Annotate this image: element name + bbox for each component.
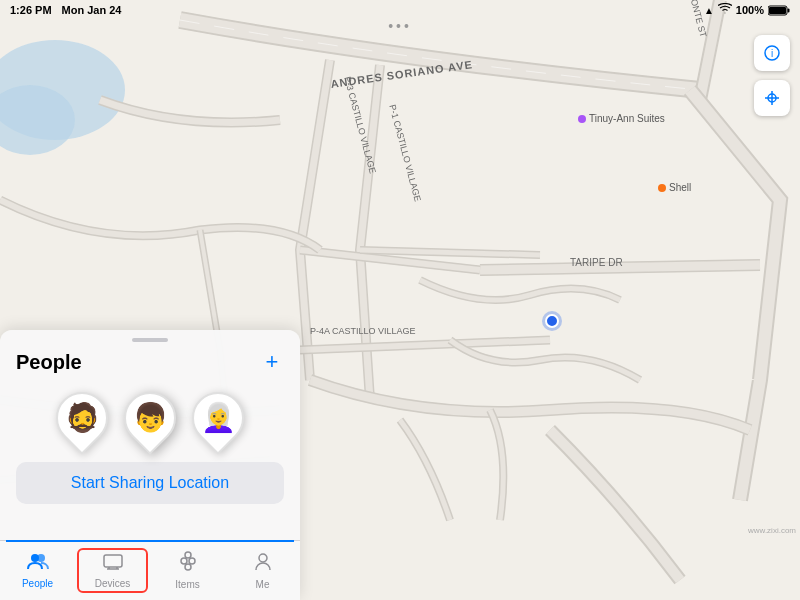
poi-label-tinuy-ann: Tinuy-Ann Suites: [589, 113, 665, 124]
poi-dot-shell: [658, 184, 666, 192]
start-sharing-button[interactable]: Start Sharing Location: [16, 462, 284, 504]
devices-icon: [102, 552, 124, 575]
people-icon: [27, 552, 49, 575]
tab-me-label: Me: [256, 579, 270, 590]
svg-point-7: [37, 554, 45, 562]
svg-point-11: [185, 552, 191, 558]
avatar-face-person3: 👩‍🦳: [201, 404, 236, 432]
svg-rect-16: [788, 8, 790, 12]
label-taripe-dr: TARIPE DR: [570, 257, 623, 268]
location-arrow-icon: ▲: [704, 5, 714, 16]
status-bar: 1:26 PM Mon Jan 24 ▲ 100%: [0, 0, 800, 20]
poi-dot-tinuy-ann: [578, 115, 586, 123]
info-button[interactable]: i: [754, 35, 790, 71]
tab-people[interactable]: People: [0, 546, 75, 595]
add-person-button[interactable]: +: [260, 350, 284, 374]
date-display: Mon Jan 24: [62, 4, 122, 16]
svg-text:i: i: [771, 48, 773, 59]
battery-display: 100%: [736, 4, 764, 16]
tab-me[interactable]: Me: [225, 545, 300, 596]
avatar-pin-person1: 🧔: [45, 381, 119, 455]
tab-people-active-indicator: [6, 540, 294, 542]
panel-header: People +: [0, 342, 300, 378]
tab-devices[interactable]: Devices: [75, 546, 150, 595]
tab-people-label: People: [22, 578, 53, 589]
avatar-item-person2[interactable]: 👦: [122, 388, 178, 448]
svg-point-13: [259, 554, 267, 562]
svg-point-12: [185, 564, 191, 570]
tab-items[interactable]: Items: [150, 545, 225, 596]
tab-items-label: Items: [175, 579, 199, 590]
avatar-bubble-person2: 👦: [122, 388, 178, 448]
svg-rect-15: [769, 7, 786, 14]
tab-bar: People Devices Items: [0, 540, 300, 600]
me-icon: [253, 551, 273, 576]
avatar-pin-person2: 👦: [113, 381, 187, 455]
items-icon: [177, 551, 199, 576]
svg-rect-8: [104, 555, 122, 567]
location-button[interactable]: [754, 80, 790, 116]
time-display: 1:26 PM: [10, 4, 52, 16]
avatar-face-person2: 👦: [133, 404, 168, 432]
poi-shell: Shell: [658, 182, 691, 193]
svg-point-9: [181, 558, 187, 564]
poi-tinuy-ann: Tinuy-Ann Suites: [578, 113, 665, 124]
svg-point-10: [189, 558, 195, 564]
location-dot: [545, 314, 559, 328]
battery-icon: [768, 5, 790, 16]
watermark: www.zixi.com: [748, 526, 796, 535]
status-time: 1:26 PM Mon Jan 24: [10, 4, 121, 16]
poi-label-shell: Shell: [669, 182, 691, 193]
tab-devices-label: Devices: [95, 578, 131, 589]
three-dots-menu[interactable]: •••: [388, 18, 412, 34]
wifi-icon: [718, 3, 732, 17]
avatars-row: 🧔 👦 👩‍🦳: [0, 378, 300, 462]
avatar-pin-person3: 👩‍🦳: [181, 381, 255, 455]
label-p4a-castillo: P-4A CASTILLO VILLAGE: [310, 326, 416, 336]
avatar-item-person3[interactable]: 👩‍🦳: [190, 388, 246, 448]
avatar-bubble-person3: 👩‍🦳: [190, 388, 246, 448]
avatar-face-person1: 🧔: [65, 404, 100, 432]
panel-title: People: [16, 351, 82, 374]
avatar-item-person1[interactable]: 🧔: [54, 388, 110, 448]
avatar-bubble-person1: 🧔: [54, 388, 110, 448]
status-indicators: ▲ 100%: [704, 3, 790, 17]
